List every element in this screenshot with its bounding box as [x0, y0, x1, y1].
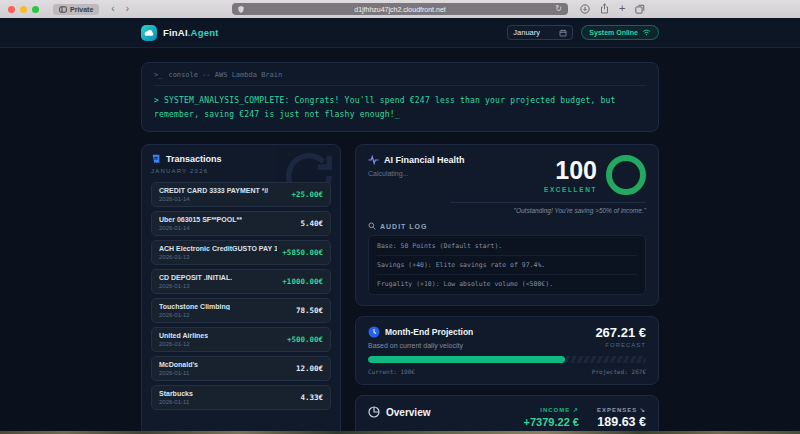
transaction-amount: +500.00€ — [287, 335, 323, 344]
transaction-date: 2026-01-13 — [159, 254, 277, 260]
health-score: 100 — [544, 158, 597, 183]
console-title: console -- AWS Lambda Brain — [168, 71, 282, 79]
health-subtitle: Calculating... — [368, 170, 465, 177]
private-window-icon — [59, 6, 67, 13]
transaction-row[interactable]: Touchstone Climbing 2026-01-12 78.50€ — [151, 298, 331, 323]
transaction-date: 2026-01-13 — [159, 283, 232, 289]
transaction-date: 2026-01-11 — [159, 399, 193, 405]
transaction-row[interactable]: CREDIT CARD 3333 PAYMENT *// 2026-01-14 … — [151, 182, 331, 207]
transaction-name: United Airlines — [159, 332, 208, 339]
audit-log-line: Base: 50 Points (Default start). — [377, 237, 637, 256]
transaction-name: McDonald's — [159, 361, 198, 368]
expenses-label: EXPENSES ↘ — [597, 406, 646, 413]
transaction-amount: +5850.00€ — [282, 248, 323, 257]
pie-chart-icon — [368, 406, 380, 418]
brand-logo-icon — [141, 25, 157, 41]
terminal-prompt-icon: >_ — [154, 71, 162, 79]
wifi-icon — [642, 29, 651, 36]
private-browsing-badge: Private — [53, 4, 99, 15]
transaction-row[interactable]: Starbucks 2026-01-11 4.33€ — [151, 385, 331, 410]
url-text: d1jfhhzu47jch2.cloudfront.net — [354, 6, 445, 13]
new-tab-icon[interactable]: + — [619, 4, 625, 13]
transaction-name: ACH Electronic CreditGUSTO PAY 123456 — [159, 245, 277, 252]
health-title: AI Financial Health — [384, 155, 465, 165]
overview-panel: Overview INCOME ↗ +7379.22 € EXPENSES ↘ … — [355, 395, 659, 431]
transaction-amount: 12.00€ — [296, 364, 323, 373]
transaction-name: Touchstone Climbing — [159, 303, 230, 310]
projection-progress-bar — [368, 356, 646, 363]
transactions-panel: Transactions JANUARY 2026 CREDIT CARD 33… — [141, 144, 341, 431]
projection-subtitle: Based on current daily velocity — [368, 342, 463, 349]
brand: FinAI.Agent — [141, 25, 219, 41]
console-panel: >_ console -- AWS Lambda Brain > SYSTEM_… — [141, 62, 659, 132]
app-window: FinAI.Agent January System Online — [0, 18, 800, 431]
transaction-amount: 4.33€ — [300, 393, 323, 402]
receipt-icon — [151, 154, 161, 164]
health-quote: "Outstanding! You're saving >50% of inco… — [450, 202, 646, 214]
browser-chrome: Private ‹ › d1jfhhzu47jch2.cloudfront.ne… — [0, 0, 800, 18]
transaction-date: 2026-01-11 — [159, 370, 198, 376]
transaction-name: CREDIT CARD 3333 PAYMENT *// — [159, 187, 268, 194]
transaction-amount: 5.40€ — [300, 219, 323, 228]
console-message: > SYSTEM_ANALYSIS_COMPLETE: Congrats! Yo… — [154, 94, 646, 121]
month-select-value: January — [513, 28, 540, 37]
system-status-badge: System Online — [581, 25, 659, 40]
transactions-title: Transactions — [166, 154, 222, 164]
close-window-button[interactable] — [8, 6, 15, 13]
status-label: System Online — [589, 29, 638, 36]
income-value: +7379.22 € — [524, 416, 579, 428]
projection-panel: Month-End Projection 267.21 € Based on c… — [355, 316, 659, 385]
audit-log-line: Frugality (+10): Low absolute volume (<5… — [377, 275, 637, 293]
projection-title: Month-End Projection — [385, 327, 473, 337]
back-button[interactable]: ‹ — [111, 4, 114, 14]
transaction-row[interactable]: Uber 063015 SF**POOL** 2026-01-14 5.40€ — [151, 211, 331, 236]
calendar-icon — [559, 29, 567, 37]
zoom-window-button[interactable] — [32, 6, 39, 13]
audit-log-title: AUDIT LOG — [380, 223, 428, 230]
projection-value: 267.21 € — [595, 326, 646, 339]
address-bar[interactable]: d1jfhhzu47jch2.cloudfront.net ↻ — [232, 3, 568, 15]
transaction-row[interactable]: McDonald's 2026-01-11 12.00€ — [151, 356, 331, 381]
app-title: FinAI.Agent — [163, 27, 219, 38]
income-label: INCOME ↗ — [524, 406, 579, 413]
transaction-row[interactable]: ACH Electronic CreditGUSTO PAY 123456 20… — [151, 240, 331, 265]
clock-icon — [368, 326, 380, 338]
transaction-date: 2026-01-14 — [159, 225, 242, 231]
magnifier-icon — [368, 222, 376, 230]
health-panel: AI Financial Health Calculating... 100 E… — [355, 144, 659, 306]
window-controls — [8, 6, 39, 13]
transaction-row[interactable]: CD DEPOSIT .INITIAL. 2026-01-13 +1000.00… — [151, 269, 331, 294]
transaction-name: CD DEPOSIT .INITIAL. — [159, 274, 232, 281]
health-grade: EXCELLENT — [544, 186, 597, 193]
audit-log-line: Savings (+40): Elite savings rate of 97.… — [377, 256, 637, 275]
reload-icon[interactable]: ↻ — [555, 4, 562, 13]
share-icon[interactable] — [600, 3, 609, 14]
forward-button[interactable]: › — [126, 4, 129, 14]
transactions-list: CREDIT CARD 3333 PAYMENT *// 2026-01-14 … — [151, 182, 331, 410]
transaction-amount: +1000.00€ — [282, 277, 323, 286]
projection-progress-fill — [368, 356, 565, 363]
projection-current: Current: 190€ — [368, 368, 415, 375]
transaction-date: 2026-01-14 — [159, 196, 268, 202]
month-select[interactable]: January — [507, 25, 573, 40]
downloads-icon[interactable] — [580, 4, 590, 14]
tab-overview-icon[interactable] — [635, 4, 645, 14]
minimize-window-button[interactable] — [20, 6, 27, 13]
pulse-icon — [368, 155, 379, 165]
site-settings-icon — [238, 6, 244, 13]
private-label: Private — [70, 6, 93, 13]
overview-title: Overview — [386, 407, 430, 418]
transaction-amount: 78.50€ — [296, 306, 323, 315]
app-header: FinAI.Agent January System Online — [0, 18, 800, 48]
projection-value-label: FORECAST — [605, 342, 646, 349]
transaction-date: 2026-01-12 — [159, 341, 208, 347]
audit-log-box: Base: 50 Points (Default start).Savings … — [368, 235, 646, 295]
transaction-date: 2026-01-12 — [159, 312, 230, 318]
score-ring — [606, 155, 646, 195]
transaction-row[interactable]: United Airlines 2026-01-12 +500.00€ — [151, 327, 331, 352]
projection-projected: Projected: 267€ — [592, 368, 646, 375]
expenses-value: 189.63 € — [597, 415, 646, 429]
transaction-amount: +25.00€ — [291, 190, 323, 199]
transaction-name: Starbucks — [159, 390, 193, 397]
transaction-name: Uber 063015 SF**POOL** — [159, 216, 242, 223]
